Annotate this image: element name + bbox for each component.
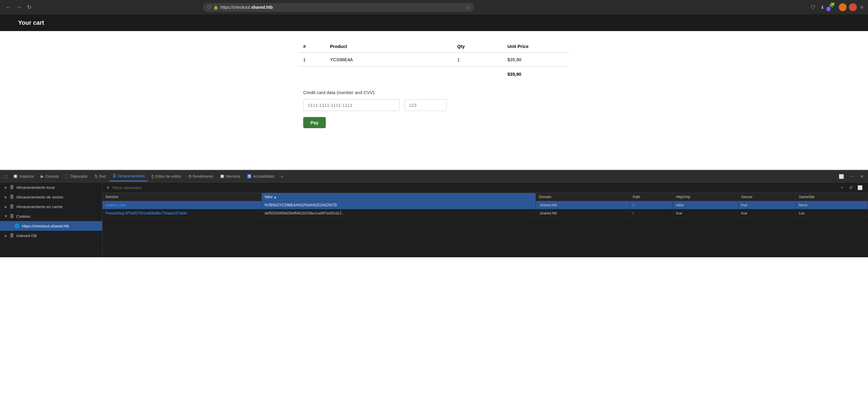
page-header: Your cart (0, 14, 868, 31)
shield-icon: 🛡 (207, 5, 211, 10)
filter-icon: ▼ (106, 185, 110, 190)
storage-icon-session: 🗄 (10, 195, 14, 199)
forward-button[interactable]: → (14, 3, 24, 12)
tab-accessibility[interactable]: ♿ Accesibilidad (244, 172, 277, 181)
sidebar-item-indexed-db[interactable]: ▶ 🗄 Indexed DB (0, 231, 102, 240)
pay-button[interactable]: Pay (303, 117, 326, 128)
expand-icon-session: ▶ (5, 196, 7, 199)
expand-icon-indexed: ▶ (5, 234, 7, 237)
col-header-domain[interactable]: Domain (535, 193, 629, 201)
sidebar-label-cookies: Cookies (16, 214, 30, 219)
cookie-value-2: def50200458d29ef6461b029be1ca997a42fcd12… (261, 209, 535, 217)
nav-buttons: ← → ↻ (4, 3, 33, 12)
tab-styles[interactable]: {} Editor de estilos (149, 172, 184, 181)
tab-inspector-label: Inspector (19, 174, 34, 179)
sidebar-label-indexed: Indexed DB (16, 233, 37, 238)
sidebar-item-cache-storage[interactable]: ▶ 🗄 Almacenamiento en caché (0, 202, 102, 211)
tab-debugger[interactable]: ⛶ Depurador (62, 172, 91, 181)
col-header-value[interactable]: Valor ▲ (261, 193, 535, 201)
debugger-icon: ⛶ (65, 174, 69, 179)
tab-storage[interactable]: 🗄 Almacenamiento (110, 171, 148, 181)
devtools-body: ▶ 🗄 Almacenamiento local ▶ 🗄 Almacenamie… (0, 182, 868, 257)
card-number-input[interactable] (303, 99, 400, 111)
devtools-close-button[interactable]: ✕ (858, 173, 866, 180)
credit-inputs (303, 99, 565, 111)
tab-console-label: Consola (45, 174, 59, 179)
filter-actions: ＋ ↺ ⬜ (838, 184, 864, 191)
refresh-button[interactable]: ↺ (847, 184, 855, 191)
cookie-value-1: %7B%22YCS98E4A%22%3A%221%22%7D (261, 201, 535, 209)
tab-more[interactable]: » (278, 172, 286, 181)
table-row-prestashop[interactable]: PrestaShop-5f7b4f27831ed69a86c734aa3c67d… (102, 209, 868, 217)
browser-actions: 🛡 ⬇ 🧩 2 ≡ (809, 1, 864, 14)
bookmark-button[interactable]: ☆ (466, 4, 470, 10)
storage-icon: 🗄 (113, 174, 116, 178)
cvv-input[interactable] (404, 99, 447, 111)
tab-styles-label: Editor de estilos (156, 174, 181, 179)
sidebar-item-session-storage[interactable]: ▶ 🗄 Almacenamiento de sesión (0, 192, 102, 202)
storage-icon-indexed: 🗄 (10, 233, 14, 238)
url-text: https://checkout.shared.htb (221, 5, 463, 10)
cookie-httponly-1: false (673, 201, 738, 209)
accessibility-icon: ♿ (247, 174, 252, 179)
col-header-httponly[interactable]: HttpOnly (673, 193, 738, 201)
shield-action-button[interactable]: 🛡 (809, 3, 817, 11)
cookie-path-1: / (629, 201, 673, 209)
panel-table: Nombre Valor ▲ Domain Path HttpOnly Secu… (102, 193, 868, 257)
devtools-expand-button[interactable]: ⬜ (836, 173, 846, 180)
tab-network-label: Red (99, 174, 106, 179)
col-header-path[interactable]: Path (629, 193, 673, 201)
tab-inspector[interactable]: 🔲 Inspector (10, 172, 37, 181)
page-title: Your cart (18, 19, 44, 26)
expand-icon-cookies: ▶ (4, 215, 8, 217)
back-button[interactable]: ← (4, 3, 13, 12)
page-content: # Product Qty Unit Price 1 YCS98E4A 1 $3… (0, 31, 868, 170)
globe-icon: 🌐 (14, 224, 20, 228)
network-icon: ⇅ (94, 174, 98, 179)
cookie-secure-2: true (738, 209, 796, 217)
cookie-name-2: PrestaShop-5f7b4f27831ed69a86c734aa3c67d… (102, 209, 261, 217)
reload-button[interactable]: ↻ (25, 3, 33, 12)
tab-performance[interactable]: ◔ Rendimiento (185, 172, 216, 181)
sidebar-label-cache: Almacenamiento en caché (16, 204, 62, 209)
storage-icon-local: 🗄 (10, 185, 14, 190)
storage-icon-cache: 🗄 (10, 204, 14, 209)
tab-memory[interactable]: 🔲 Memoria (217, 172, 243, 181)
devtools-overflow-button[interactable]: ⋯ (847, 173, 857, 180)
tab-console[interactable]: ▶ Consola (38, 172, 61, 181)
storage-icon-cookies: 🗄 (10, 214, 14, 219)
sidebar-label-local: Almacenamiento local (16, 185, 55, 190)
col-header-samesite[interactable]: SameSite (796, 193, 868, 201)
col-header-secure[interactable]: Secure (738, 193, 796, 201)
devtools-sidebar: ▶ 🗄 Almacenamiento local ▶ 🗄 Almacenamie… (0, 182, 102, 257)
sidebar-item-cookies[interactable]: ▶ 🗄 Cookies (0, 211, 102, 221)
cookie-httponly-2: true (673, 209, 738, 217)
cookie-samesite-1: None (796, 201, 868, 209)
expand-panel-button[interactable]: ⬜ (856, 184, 864, 191)
col-header-price: Unit Price (503, 40, 569, 53)
download-button[interactable]: ⬇ (819, 3, 826, 11)
cookie-domain-2: .shared.htb (535, 209, 629, 217)
cookie-secure-1: true (738, 201, 796, 209)
col-header-name[interactable]: Nombre (102, 193, 261, 201)
address-bar[interactable]: 🛡 🔒 https://checkout.shared.htb ☆ (203, 3, 474, 12)
credit-label: Credit card data (number and CVV): (303, 90, 565, 95)
table-row-custom-cart[interactable]: custom_cart %7B%22YCS98E4A%22%3A%221%22%… (102, 201, 868, 209)
cart-cell-price: $35,90 (503, 53, 569, 67)
console-icon: ▶ (41, 174, 44, 179)
cookie-path-2: / (629, 209, 673, 217)
panel-filter: ▼ ＋ ↺ ⬜ (102, 182, 868, 193)
add-button[interactable]: ＋ (838, 184, 846, 191)
expand-icon-local: ▶ (5, 186, 7, 189)
sidebar-label-session: Almacenamiento de sesión (16, 195, 63, 199)
filter-input[interactable] (113, 185, 836, 190)
menu-button[interactable]: ≡ (859, 3, 864, 11)
cart-row-1: 1 YCS98E4A 1 $35,90 (299, 53, 569, 67)
tab-network[interactable]: ⇅ Red (91, 172, 109, 181)
sidebar-item-local-storage[interactable]: ▶ 🗄 Almacenamiento local (0, 182, 102, 192)
tab-memory-label: Memoria (226, 174, 240, 179)
sidebar-item-cookies-url[interactable]: ▶ 🌐 https://checkout.shared.htb (0, 221, 102, 231)
cart-table: # Product Qty Unit Price 1 YCS98E4A 1 $3… (299, 40, 569, 81)
lock-icon: 🔒 (213, 5, 218, 10)
devtools-picker-button[interactable]: ⬚ (2, 173, 9, 180)
